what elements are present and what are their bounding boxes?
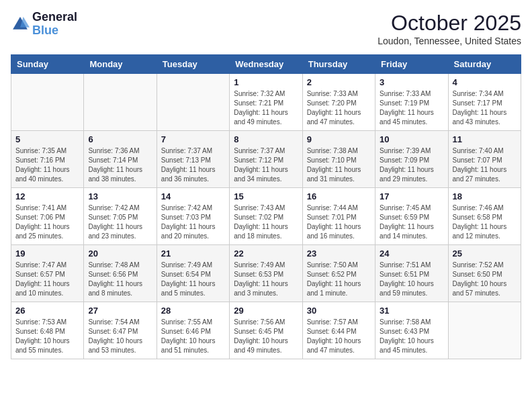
calendar-day-cell: 26Sunrise: 7:53 AMSunset: 6:48 PMDayligh… <box>11 302 84 359</box>
day-number: 7 <box>161 134 225 144</box>
calendar-day-cell: 2Sunrise: 7:33 AMSunset: 7:20 PMDaylight… <box>302 74 375 131</box>
day-info: Sunrise: 7:48 AMSunset: 6:56 PMDaylight:… <box>88 261 152 298</box>
day-number: 5 <box>15 134 79 144</box>
calendar-day-cell: 20Sunrise: 7:48 AMSunset: 6:56 PMDayligh… <box>84 245 157 302</box>
calendar-empty-cell <box>11 74 84 131</box>
day-info: Sunrise: 7:51 AMSunset: 6:51 PMDaylight:… <box>380 261 443 298</box>
logo: General Blue <box>11 11 77 38</box>
day-info: Sunrise: 7:47 AMSunset: 6:57 PMDaylight:… <box>15 261 79 298</box>
day-info: Sunrise: 7:53 AMSunset: 6:48 PMDaylight:… <box>15 318 79 355</box>
day-number: 3 <box>380 77 443 87</box>
day-number: 27 <box>88 306 152 316</box>
calendar-day-cell: 16Sunrise: 7:44 AMSunset: 7:01 PMDayligh… <box>302 188 375 245</box>
day-info: Sunrise: 7:40 AMSunset: 7:07 PMDaylight:… <box>453 146 517 184</box>
calendar-day-cell: 10Sunrise: 7:39 AMSunset: 7:09 PMDayligh… <box>375 131 448 188</box>
calendar-day-cell: 4Sunrise: 7:34 AMSunset: 7:17 PMDaylight… <box>448 74 521 131</box>
logo-text: General Blue <box>32 11 77 38</box>
calendar-day-cell: 30Sunrise: 7:57 AMSunset: 6:44 PMDayligh… <box>302 302 375 359</box>
day-number: 29 <box>234 306 298 316</box>
day-number: 24 <box>380 248 443 259</box>
day-info: Sunrise: 7:58 AMSunset: 6:43 PMDaylight:… <box>380 318 443 355</box>
day-number: 8 <box>234 134 298 144</box>
day-info: Sunrise: 7:43 AMSunset: 7:02 PMDaylight:… <box>234 203 298 241</box>
calendar-day-cell: 22Sunrise: 7:49 AMSunset: 6:53 PMDayligh… <box>230 245 302 302</box>
day-info: Sunrise: 7:46 AMSunset: 6:58 PMDaylight:… <box>453 203 517 241</box>
title-block: October 2025 Loudon, Tennessee, United S… <box>378 11 521 46</box>
day-number: 16 <box>307 191 371 201</box>
day-number: 6 <box>88 134 152 144</box>
day-info: Sunrise: 7:45 AMSunset: 6:59 PMDaylight:… <box>380 203 443 241</box>
calendar-day-cell: 18Sunrise: 7:46 AMSunset: 6:58 PMDayligh… <box>448 188 521 245</box>
calendar-day-cell: 13Sunrise: 7:42 AMSunset: 7:05 PMDayligh… <box>84 188 157 245</box>
day-number: 9 <box>307 134 371 144</box>
day-info: Sunrise: 7:42 AMSunset: 7:05 PMDaylight:… <box>88 203 152 241</box>
day-info: Sunrise: 7:41 AMSunset: 7:06 PMDaylight:… <box>15 203 79 241</box>
day-info: Sunrise: 7:56 AMSunset: 6:45 PMDaylight:… <box>234 318 298 355</box>
day-number: 20 <box>88 248 152 259</box>
calendar-day-cell: 3Sunrise: 7:33 AMSunset: 7:19 PMDaylight… <box>375 74 448 131</box>
calendar-day-cell: 12Sunrise: 7:41 AMSunset: 7:06 PMDayligh… <box>11 188 84 245</box>
calendar-table: SundayMondayTuesdayWednesdayThursdayFrid… <box>11 54 521 359</box>
calendar-day-cell: 19Sunrise: 7:47 AMSunset: 6:57 PMDayligh… <box>11 245 84 302</box>
location: Loudon, Tennessee, United States <box>378 36 521 46</box>
calendar-day-header: Wednesday <box>230 55 302 74</box>
day-number: 13 <box>88 191 152 201</box>
day-info: Sunrise: 7:33 AMSunset: 7:20 PMDaylight:… <box>307 89 371 127</box>
day-number: 18 <box>453 191 517 201</box>
calendar-day-cell: 11Sunrise: 7:40 AMSunset: 7:07 PMDayligh… <box>448 131 521 188</box>
calendar-day-cell: 15Sunrise: 7:43 AMSunset: 7:02 PMDayligh… <box>230 188 302 245</box>
day-number: 4 <box>453 77 517 87</box>
day-info: Sunrise: 7:34 AMSunset: 7:17 PMDaylight:… <box>453 89 517 127</box>
day-number: 10 <box>380 134 443 144</box>
day-number: 31 <box>380 306 443 316</box>
day-info: Sunrise: 7:37 AMSunset: 7:12 PMDaylight:… <box>234 146 298 184</box>
day-number: 30 <box>307 306 371 316</box>
day-info: Sunrise: 7:39 AMSunset: 7:09 PMDaylight:… <box>380 146 443 184</box>
calendar-header-row: SundayMondayTuesdayWednesdayThursdayFrid… <box>11 55 521 74</box>
day-number: 25 <box>453 248 517 259</box>
day-info: Sunrise: 7:36 AMSunset: 7:14 PMDaylight:… <box>88 146 152 184</box>
calendar-day-cell: 31Sunrise: 7:58 AMSunset: 6:43 PMDayligh… <box>375 302 448 359</box>
calendar-day-header: Friday <box>375 55 448 74</box>
calendar-day-cell: 23Sunrise: 7:50 AMSunset: 6:52 PMDayligh… <box>302 245 375 302</box>
day-number: 28 <box>161 306 225 316</box>
calendar-week-row: 5Sunrise: 7:35 AMSunset: 7:16 PMDaylight… <box>11 131 521 188</box>
day-number: 11 <box>453 134 517 144</box>
calendar-day-cell: 29Sunrise: 7:56 AMSunset: 6:45 PMDayligh… <box>230 302 302 359</box>
calendar-week-row: 19Sunrise: 7:47 AMSunset: 6:57 PMDayligh… <box>11 245 521 302</box>
calendar-day-header: Sunday <box>11 55 84 74</box>
logo-icon <box>11 15 30 34</box>
day-number: 2 <box>307 77 371 87</box>
calendar-empty-cell <box>84 74 157 131</box>
calendar-day-header: Thursday <box>302 55 375 74</box>
day-info: Sunrise: 7:37 AMSunset: 7:13 PMDaylight:… <box>161 146 225 184</box>
day-info: Sunrise: 7:57 AMSunset: 6:44 PMDaylight:… <box>307 318 371 355</box>
calendar-day-cell: 9Sunrise: 7:38 AMSunset: 7:10 PMDaylight… <box>302 131 375 188</box>
calendar-day-cell: 25Sunrise: 7:52 AMSunset: 6:50 PMDayligh… <box>448 245 521 302</box>
day-number: 21 <box>161 248 225 259</box>
calendar-day-cell: 27Sunrise: 7:54 AMSunset: 6:47 PMDayligh… <box>84 302 157 359</box>
calendar-week-row: 1Sunrise: 7:32 AMSunset: 7:21 PMDaylight… <box>11 74 521 131</box>
calendar-day-cell: 1Sunrise: 7:32 AMSunset: 7:21 PMDaylight… <box>230 74 302 131</box>
day-info: Sunrise: 7:55 AMSunset: 6:46 PMDaylight:… <box>161 318 225 355</box>
calendar-day-cell: 24Sunrise: 7:51 AMSunset: 6:51 PMDayligh… <box>375 245 448 302</box>
calendar-day-header: Tuesday <box>157 55 229 74</box>
day-info: Sunrise: 7:38 AMSunset: 7:10 PMDaylight:… <box>307 146 371 184</box>
calendar-day-header: Monday <box>84 55 157 74</box>
calendar-day-cell: 8Sunrise: 7:37 AMSunset: 7:12 PMDaylight… <box>230 131 302 188</box>
day-info: Sunrise: 7:49 AMSunset: 6:53 PMDaylight:… <box>234 261 298 298</box>
calendar-day-cell: 5Sunrise: 7:35 AMSunset: 7:16 PMDaylight… <box>11 131 84 188</box>
day-number: 22 <box>234 248 298 259</box>
day-info: Sunrise: 7:54 AMSunset: 6:47 PMDaylight:… <box>88 318 152 355</box>
day-info: Sunrise: 7:49 AMSunset: 6:54 PMDaylight:… <box>161 261 225 298</box>
calendar-day-header: Saturday <box>448 55 521 74</box>
calendar-day-cell: 7Sunrise: 7:37 AMSunset: 7:13 PMDaylight… <box>157 131 229 188</box>
day-info: Sunrise: 7:50 AMSunset: 6:52 PMDaylight:… <box>307 261 371 298</box>
calendar-empty-cell <box>448 302 521 359</box>
day-number: 15 <box>234 191 298 201</box>
day-info: Sunrise: 7:35 AMSunset: 7:16 PMDaylight:… <box>15 146 79 184</box>
day-number: 19 <box>15 248 79 259</box>
day-info: Sunrise: 7:44 AMSunset: 7:01 PMDaylight:… <box>307 203 371 241</box>
day-number: 1 <box>234 77 298 87</box>
day-info: Sunrise: 7:52 AMSunset: 6:50 PMDaylight:… <box>453 261 517 298</box>
